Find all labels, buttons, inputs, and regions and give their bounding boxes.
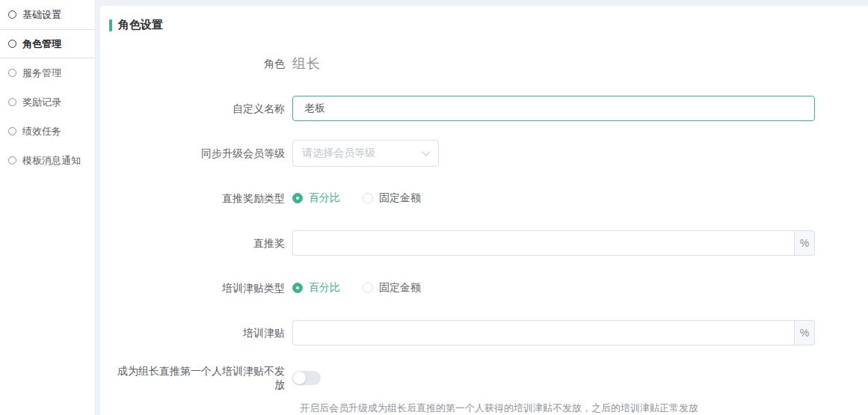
sidebar-item-performance-tasks[interactable]: 绩效任务 <box>0 117 95 146</box>
member-level-placeholder: 请选择会员等级 <box>302 147 375 160</box>
training-allowance-type-label: 培训津贴类型 <box>109 281 292 295</box>
training-allowance-type-radio-group: 百分比 固定金额 <box>292 281 443 295</box>
first-person-toggle-label: 成为组长直推第一个人培训津贴不发放 <box>109 364 292 391</box>
member-level-row: 同步升级会员等级 请选择会员等级 <box>109 140 868 167</box>
training-allowance-type-radio-percentage[interactable]: 百分比 <box>292 281 340 295</box>
custom-name-label: 自定义名称 <box>109 102 292 115</box>
sidebar-item-label: 奖励记录 <box>22 96 61 109</box>
first-person-toggle-row: 成为组长直推第一个人培训津贴不发放 <box>109 364 868 391</box>
direct-reward-type-row: 直推奖励类型 百分比 固定金额 <box>109 185 868 212</box>
training-allowance-label: 培训津贴 <box>109 326 292 339</box>
direct-reward-type-label: 直推奖励类型 <box>109 191 292 205</box>
circle-icon <box>8 69 16 77</box>
role-settings-card: 角色设置 角色 组长 自定义名称 同步升级会员等级 请选择会员等级 <box>100 6 868 415</box>
main-area: 角色设置 角色 组长 自定义名称 同步升级会员等级 请选择会员等级 <box>96 0 868 415</box>
sidebar-item-label: 服务管理 <box>22 67 61 80</box>
radio-icon <box>292 283 303 293</box>
circle-icon <box>8 40 16 48</box>
section-title: 角色设置 <box>118 18 163 32</box>
sidebar-item-label: 基础设置 <box>22 8 61 22</box>
direct-reward-type-radio-fixed[interactable]: 固定金额 <box>363 191 421 205</box>
circle-icon <box>8 156 16 165</box>
sidebar: 基础设置 角色管理 服务管理 奖励记录 绩效任务 模板消息通知 <box>0 0 96 415</box>
chevron-down-icon <box>422 147 430 156</box>
direct-reward-label: 直推奖 <box>109 236 292 250</box>
training-allowance-input[interactable] <box>292 320 794 345</box>
sidebar-item-template-notifications[interactable]: 模板消息通知 <box>0 146 95 175</box>
first-person-toggle-switch[interactable] <box>292 371 321 385</box>
accent-bar <box>109 19 112 31</box>
sidebar-item-service-management[interactable]: 服务管理 <box>0 58 95 87</box>
custom-name-input[interactable] <box>292 96 815 121</box>
role-value: 组长 <box>292 55 321 73</box>
direct-reward-input-group: % <box>292 230 815 256</box>
circle-icon <box>8 98 16 106</box>
sidebar-item-basic-settings[interactable]: 基础设置 <box>0 0 95 29</box>
role-label: 角色 <box>109 57 292 70</box>
app-root: 基础设置 角色管理 服务管理 奖励记录 绩效任务 模板消息通知 角色设置 <box>0 0 868 415</box>
radio-icon <box>292 193 303 203</box>
direct-reward-row: 直推奖 % <box>109 230 868 256</box>
radio-label: 百分比 <box>309 191 340 205</box>
role-row: 角色 组长 <box>109 50 868 77</box>
sidebar-item-label: 模板消息通知 <box>22 154 81 167</box>
role-settings-form: 角色 组长 自定义名称 同步升级会员等级 请选择会员等级 直推奖励类型 <box>109 50 868 415</box>
sidebar-item-role-management[interactable]: 角色管理 <box>0 29 95 58</box>
sidebar-item-reward-records[interactable]: 奖励记录 <box>0 87 95 117</box>
training-allowance-row: 培训津贴 % <box>109 319 868 346</box>
circle-icon <box>8 10 16 19</box>
direct-reward-type-radio-group: 百分比 固定金额 <box>292 191 443 205</box>
direct-reward-input[interactable] <box>292 230 794 256</box>
training-allowance-type-radio-fixed[interactable]: 固定金额 <box>363 281 421 295</box>
toggle-hint-text: 开启后会员升级成为组长后直推的第一个人获得的培训津贴不发放，之后的培训津贴正常发… <box>300 402 868 415</box>
circle-icon <box>8 127 16 135</box>
radio-label: 固定金额 <box>379 191 421 205</box>
training-allowance-type-row: 培训津贴类型 百分比 固定金额 <box>109 274 868 301</box>
member-level-label: 同步升级会员等级 <box>109 147 292 160</box>
sidebar-item-label: 角色管理 <box>22 37 61 51</box>
percent-suffix: % <box>794 320 815 345</box>
custom-name-row: 自定义名称 <box>109 95 868 122</box>
sidebar-item-label: 绩效任务 <box>22 125 61 138</box>
direct-reward-type-radio-percentage[interactable]: 百分比 <box>292 191 340 205</box>
section-header: 角色设置 <box>109 18 868 32</box>
radio-label: 百分比 <box>309 281 340 295</box>
radio-icon <box>363 283 373 293</box>
percent-suffix: % <box>794 230 815 256</box>
training-allowance-input-group: % <box>292 320 815 345</box>
member-level-select[interactable]: 请选择会员等级 <box>292 140 439 167</box>
radio-icon <box>363 193 373 203</box>
radio-label: 固定金额 <box>379 281 421 295</box>
